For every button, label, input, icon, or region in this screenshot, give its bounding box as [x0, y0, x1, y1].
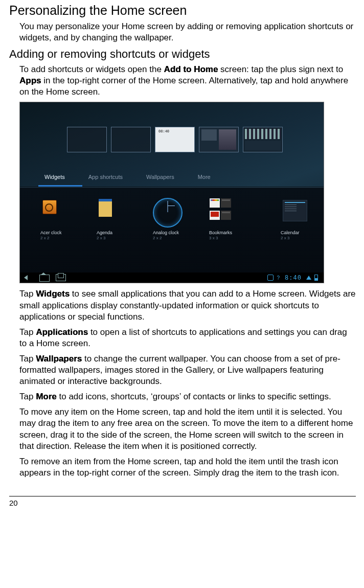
home-panel-1[interactable] [67, 127, 107, 152]
text: screen: tap the plus sign next to [218, 64, 343, 74]
tab-more[interactable]: More [198, 174, 211, 183]
panel-clock-text: 08:40 [158, 129, 169, 133]
panel-thumb [219, 129, 236, 150]
heading-personalizing: Personalizing the Home screen [9, 3, 356, 18]
text: in the top-right corner of the Home scre… [19, 76, 348, 97]
widget-label: Acer clock [40, 231, 62, 236]
label-applications: Applications [36, 327, 88, 337]
text: Tap [19, 327, 36, 337]
heading-add-remove: Adding or removing shortcuts or widgets [9, 48, 356, 61]
panel-thumb [245, 141, 281, 150]
widget-label: Analog clock [153, 231, 179, 236]
para-tap-wallpapers: Tap Wallpapers to change the current wal… [19, 353, 356, 387]
widget-label: Agenda [97, 231, 112, 236]
notification-icon[interactable] [267, 275, 274, 281]
screenshot-add-to-home: 08:40 Widgets App shortcuts Wallpapers M… [19, 102, 324, 283]
back-icon[interactable] [24, 275, 33, 281]
widget-acer-clock[interactable]: Acer clock 2 x 2 [40, 198, 80, 240]
para-personalize-intro: You may personalize your Home screen by … [19, 21, 356, 43]
agenda-icon [97, 198, 126, 228]
para-tap-widgets: Tap Widgets to see small applications th… [19, 288, 356, 322]
widget-size: 2 x 3 [97, 236, 105, 240]
para-move-item: To move any item on the Home screen, tap… [19, 406, 356, 451]
widget-size: 3 x 3 [209, 236, 218, 240]
label-more: More [36, 392, 57, 401]
tab-baseline [20, 187, 324, 187]
home-icon[interactable] [39, 275, 50, 282]
bookmarks-icon [209, 198, 233, 228]
help-icon[interactable]: ? [277, 275, 280, 281]
widget-bookmarks[interactable]: Bookmarks 3 x 3 [209, 198, 249, 240]
text: To add shortcuts or widgets open the [19, 64, 164, 74]
widget-label: Bookmarks [209, 231, 232, 236]
panel-thumb [245, 129, 281, 139]
text: Tap [19, 354, 36, 364]
tab-wallpapers[interactable]: Wallpapers [146, 174, 174, 183]
label-widgets: Widgets [36, 289, 70, 299]
page-number: 20 [9, 499, 356, 507]
status-clock: 8:40 [285, 274, 302, 281]
widget-calendar[interactable]: Calendar 2 x 3 [281, 198, 321, 240]
home-panels-preview: 08:40 [67, 127, 283, 152]
acer-clock-icon [40, 198, 70, 228]
widget-analog-clock[interactable]: Analog clock 2 x 2 [153, 198, 193, 240]
system-bar: ? 8:40 [20, 273, 324, 283]
widget-label: Calendar [281, 231, 300, 236]
widgets-grid: Acer clock 2 x 2 Agenda 2 x 3 Analog clo… [20, 188, 324, 273]
widget-size: 2 x 3 [281, 236, 289, 240]
category-tabs: Widgets App shortcuts Wallpapers More [20, 174, 324, 183]
label-add-to-home: Add to Home [164, 64, 218, 74]
para-tap-more: Tap More to add icons, shortcuts, ‘group… [19, 391, 356, 402]
text: to add icons, shortcuts, ‘groups’ of con… [57, 392, 331, 401]
recent-apps-icon[interactable] [56, 274, 66, 281]
tab-widgets[interactable]: Widgets [44, 174, 65, 183]
para-add-to-home: To add shortcuts or widgets open the Add… [19, 64, 356, 98]
widget-size: 2 x 2 [153, 236, 162, 240]
footer-rule [9, 496, 356, 496]
panel-thumb [201, 129, 217, 141]
widget-agenda[interactable]: Agenda 2 x 3 [97, 198, 136, 240]
text: Tap [19, 289, 36, 299]
tab-app-shortcuts[interactable]: App shortcuts [88, 174, 123, 183]
widget-size: 2 x 2 [40, 236, 49, 240]
text: Tap [19, 392, 36, 401]
battery-icon [314, 275, 318, 281]
home-panel-2[interactable] [111, 127, 151, 152]
home-panel-4[interactable] [199, 127, 239, 152]
analog-clock-icon [153, 198, 183, 228]
label-wallpapers: Wallpapers [36, 354, 82, 364]
home-panel-3-selected[interactable]: 08:40 [155, 127, 195, 152]
calendar-icon [281, 198, 310, 228]
home-panel-5[interactable] [243, 127, 283, 152]
label-apps: Apps [19, 76, 41, 85]
para-remove-item: To remove an item from the Home screen, … [19, 456, 356, 479]
wifi-icon [306, 276, 311, 280]
text: to see small applications that you can a… [19, 289, 356, 321]
para-tap-applications: Tap Applications to open a list of short… [19, 327, 356, 349]
